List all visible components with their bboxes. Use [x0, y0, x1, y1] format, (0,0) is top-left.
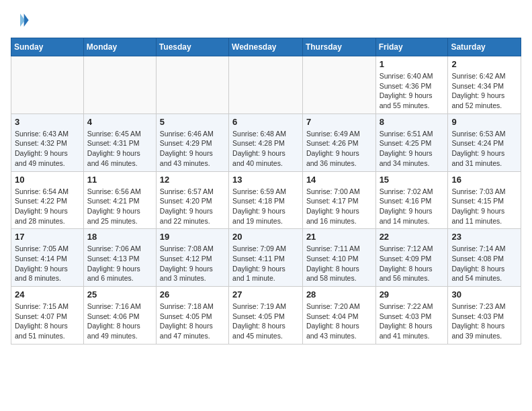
day-number: 17	[15, 232, 80, 242]
day-info: Sunrise: 7:11 AM Sunset: 4:10 PM Dayligh…	[306, 244, 372, 283]
day-number: 7	[306, 117, 372, 127]
day-number: 9	[451, 117, 517, 127]
day-number: 15	[380, 175, 445, 185]
day-cell: 22Sunrise: 7:12 AM Sunset: 4:09 PM Dayli…	[375, 229, 448, 287]
day-number: 14	[306, 175, 372, 185]
day-cell: 28Sunrise: 7:20 AM Sunset: 4:04 PM Dayli…	[302, 287, 375, 345]
day-cell: 21Sunrise: 7:11 AM Sunset: 4:10 PM Dayli…	[302, 229, 375, 287]
day-info: Sunrise: 6:51 AM Sunset: 4:25 PM Dayligh…	[380, 129, 445, 169]
day-info: Sunrise: 7:23 AM Sunset: 4:03 PM Dayligh…	[451, 302, 517, 341]
day-cell: 15Sunrise: 7:02 AM Sunset: 4:16 PM Dayli…	[375, 171, 448, 229]
day-number: 10	[15, 175, 80, 185]
day-cell: 5Sunrise: 6:46 AM Sunset: 4:29 PM Daylig…	[156, 113, 228, 171]
day-cell: 6Sunrise: 6:48 AM Sunset: 4:28 PM Daylig…	[229, 113, 303, 171]
logo	[11, 11, 32, 30]
day-info: Sunrise: 7:02 AM Sunset: 4:16 PM Dayligh…	[380, 187, 445, 226]
day-number: 8	[380, 117, 445, 127]
day-cell: 4Sunrise: 6:45 AM Sunset: 4:31 PM Daylig…	[83, 113, 156, 171]
day-info: Sunrise: 6:48 AM Sunset: 4:28 PM Dayligh…	[232, 129, 299, 169]
day-cell: 7Sunrise: 6:49 AM Sunset: 4:26 PM Daylig…	[302, 113, 375, 171]
day-cell	[11, 56, 84, 114]
day-header-friday: Friday	[375, 38, 448, 56]
day-cell	[83, 56, 156, 114]
day-cell: 3Sunrise: 6:43 AM Sunset: 4:32 PM Daylig…	[11, 113, 84, 171]
day-cell: 8Sunrise: 6:51 AM Sunset: 4:25 PM Daylig…	[375, 113, 448, 171]
day-info: Sunrise: 7:20 AM Sunset: 4:04 PM Dayligh…	[306, 302, 372, 341]
day-number: 19	[160, 232, 225, 242]
day-info: Sunrise: 6:59 AM Sunset: 4:18 PM Dayligh…	[232, 187, 299, 226]
day-info: Sunrise: 6:54 AM Sunset: 4:22 PM Dayligh…	[15, 187, 80, 226]
day-header-tuesday: Tuesday	[156, 38, 228, 56]
day-info: Sunrise: 7:18 AM Sunset: 4:05 PM Dayligh…	[160, 302, 225, 341]
day-cell: 2Sunrise: 6:42 AM Sunset: 4:34 PM Daylig…	[448, 56, 521, 114]
day-cell: 12Sunrise: 6:57 AM Sunset: 4:20 PM Dayli…	[156, 171, 228, 229]
day-info: Sunrise: 7:16 AM Sunset: 4:06 PM Dayligh…	[87, 302, 152, 341]
day-number: 16	[451, 175, 517, 185]
day-info: Sunrise: 6:53 AM Sunset: 4:24 PM Dayligh…	[451, 129, 517, 169]
day-number: 3	[15, 117, 80, 127]
day-cell: 27Sunrise: 7:19 AM Sunset: 4:05 PM Dayli…	[229, 287, 303, 345]
day-cell: 26Sunrise: 7:18 AM Sunset: 4:05 PM Dayli…	[156, 287, 228, 345]
week-row-5: 24Sunrise: 7:15 AM Sunset: 4:07 PM Dayli…	[11, 287, 521, 345]
day-number: 5	[160, 117, 225, 127]
day-number: 11	[87, 175, 152, 185]
day-cell: 1Sunrise: 6:40 AM Sunset: 4:36 PM Daylig…	[375, 56, 448, 114]
day-info: Sunrise: 7:03 AM Sunset: 4:15 PM Dayligh…	[451, 187, 517, 226]
day-cell: 29Sunrise: 7:22 AM Sunset: 4:03 PM Dayli…	[375, 287, 448, 345]
day-number: 27	[232, 289, 299, 300]
day-cell: 20Sunrise: 7:09 AM Sunset: 4:11 PM Dayli…	[229, 229, 303, 287]
header-row: SundayMondayTuesdayWednesdayThursdayFrid…	[11, 38, 521, 56]
day-info: Sunrise: 7:08 AM Sunset: 4:12 PM Dayligh…	[160, 244, 225, 283]
day-number: 21	[306, 232, 372, 242]
day-cell: 16Sunrise: 7:03 AM Sunset: 4:15 PM Dayli…	[448, 171, 521, 229]
day-number: 20	[232, 232, 299, 242]
day-number: 12	[160, 175, 225, 185]
day-cell: 14Sunrise: 7:00 AM Sunset: 4:17 PM Dayli…	[302, 171, 375, 229]
day-info: Sunrise: 7:12 AM Sunset: 4:09 PM Dayligh…	[380, 244, 445, 283]
day-number: 6	[232, 117, 299, 127]
day-number: 22	[380, 232, 445, 242]
day-info: Sunrise: 7:22 AM Sunset: 4:03 PM Dayligh…	[380, 302, 445, 341]
day-cell	[302, 56, 375, 114]
week-row-2: 3Sunrise: 6:43 AM Sunset: 4:32 PM Daylig…	[11, 113, 521, 171]
day-info: Sunrise: 6:56 AM Sunset: 4:21 PM Dayligh…	[87, 187, 152, 226]
day-info: Sunrise: 7:06 AM Sunset: 4:13 PM Dayligh…	[87, 244, 152, 283]
day-info: Sunrise: 7:05 AM Sunset: 4:14 PM Dayligh…	[15, 244, 80, 283]
day-info: Sunrise: 6:42 AM Sunset: 4:34 PM Dayligh…	[451, 71, 517, 111]
day-header-monday: Monday	[83, 38, 156, 56]
day-info: Sunrise: 6:57 AM Sunset: 4:20 PM Dayligh…	[160, 187, 225, 226]
day-info: Sunrise: 6:46 AM Sunset: 4:29 PM Dayligh…	[160, 129, 225, 169]
day-number: 23	[451, 232, 517, 242]
day-cell	[156, 56, 228, 114]
day-info: Sunrise: 7:00 AM Sunset: 4:17 PM Dayligh…	[306, 187, 372, 226]
day-info: Sunrise: 7:14 AM Sunset: 4:08 PM Dayligh…	[451, 244, 517, 283]
day-cell	[229, 56, 303, 114]
day-number: 1	[380, 59, 445, 69]
day-cell: 13Sunrise: 6:59 AM Sunset: 4:18 PM Dayli…	[229, 171, 303, 229]
day-cell: 19Sunrise: 7:08 AM Sunset: 4:12 PM Dayli…	[156, 229, 228, 287]
day-info: Sunrise: 7:19 AM Sunset: 4:05 PM Dayligh…	[232, 302, 299, 341]
day-number: 13	[232, 175, 299, 185]
day-info: Sunrise: 6:40 AM Sunset: 4:36 PM Dayligh…	[380, 71, 445, 111]
logo-icon	[11, 11, 30, 30]
day-number: 29	[380, 289, 445, 300]
day-info: Sunrise: 6:45 AM Sunset: 4:31 PM Dayligh…	[87, 129, 152, 169]
day-cell: 25Sunrise: 7:16 AM Sunset: 4:06 PM Dayli…	[83, 287, 156, 345]
day-number: 18	[87, 232, 152, 242]
day-cell: 17Sunrise: 7:05 AM Sunset: 4:14 PM Dayli…	[11, 229, 84, 287]
day-header-thursday: Thursday	[302, 38, 375, 56]
week-row-1: 1Sunrise: 6:40 AM Sunset: 4:36 PM Daylig…	[11, 56, 521, 114]
day-number: 26	[160, 289, 225, 300]
day-number: 2	[451, 59, 517, 69]
day-info: Sunrise: 7:15 AM Sunset: 4:07 PM Dayligh…	[15, 302, 80, 341]
day-cell: 18Sunrise: 7:06 AM Sunset: 4:13 PM Dayli…	[83, 229, 156, 287]
day-cell: 11Sunrise: 6:56 AM Sunset: 4:21 PM Dayli…	[83, 171, 156, 229]
week-row-4: 17Sunrise: 7:05 AM Sunset: 4:14 PM Dayli…	[11, 229, 521, 287]
day-number: 30	[451, 289, 517, 300]
day-cell: 9Sunrise: 6:53 AM Sunset: 4:24 PM Daylig…	[448, 113, 521, 171]
day-number: 28	[306, 289, 372, 300]
day-info: Sunrise: 6:49 AM Sunset: 4:26 PM Dayligh…	[306, 129, 372, 169]
day-cell: 23Sunrise: 7:14 AM Sunset: 4:08 PM Dayli…	[448, 229, 521, 287]
week-row-3: 10Sunrise: 6:54 AM Sunset: 4:22 PM Dayli…	[11, 171, 521, 229]
day-cell: 10Sunrise: 6:54 AM Sunset: 4:22 PM Dayli…	[11, 171, 84, 229]
